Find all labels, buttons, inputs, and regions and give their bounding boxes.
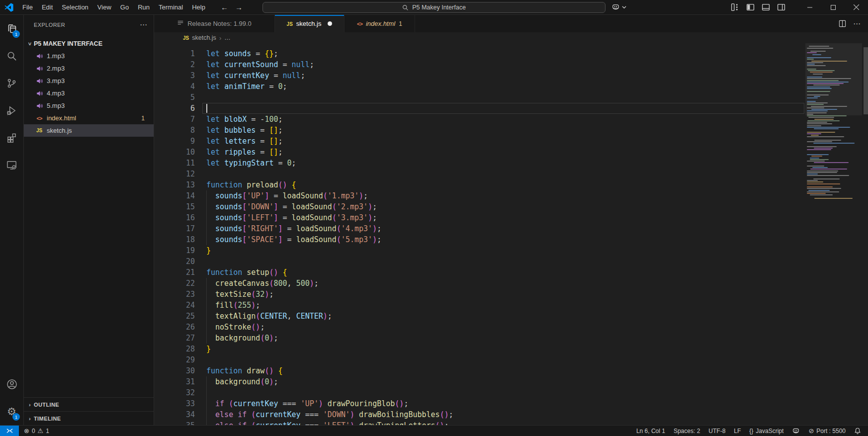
code-line-4[interactable]: 4let animTimer = 0;: [154, 81, 868, 92]
menu-file[interactable]: File: [18, 2, 37, 13]
status-encoding[interactable]: UTF-8: [708, 428, 725, 435]
activity-extensions-icon[interactable]: [0, 124, 23, 152]
code-line-20[interactable]: 20: [154, 256, 868, 267]
status-indentation[interactable]: Spaces: 2: [674, 428, 700, 435]
tab-sketch-js[interactable]: JSsketch.js: [275, 15, 345, 32]
code-line-30[interactable]: 30function draw() {: [154, 365, 868, 376]
code-line-10[interactable]: 10let ripples = [];: [154, 147, 868, 158]
command-center-search[interactable]: P5 Makey Interface: [262, 2, 606, 13]
status-language-mode[interactable]: {}JavaScript: [749, 428, 783, 435]
minimap-line: [810, 159, 829, 160]
code-line-29[interactable]: 29: [154, 354, 868, 365]
status-notifications[interactable]: [854, 427, 861, 435]
toggle-secondary-sidebar-icon[interactable]: [777, 3, 785, 11]
code-line-32[interactable]: 32: [154, 387, 868, 398]
breadcrumb[interactable]: JS sketch.js › …: [154, 32, 868, 43]
file-row-3-mp3[interactable]: 3.mp3: [24, 75, 154, 87]
code-line-27[interactable]: 27 background(0);: [154, 333, 868, 344]
tab-index-html[interactable]: <>index.html1: [345, 15, 415, 32]
code-line-31[interactable]: 31 background(0);: [154, 376, 868, 387]
code-line-7[interactable]: 7let blobX = -100;: [154, 114, 868, 125]
code-line-16[interactable]: 16 sounds['LEFT'] = loadSound('3.mp3');: [154, 212, 868, 223]
file-row-4-mp3[interactable]: 4.mp3: [24, 87, 154, 99]
code-line-3[interactable]: 3let currentKey = null;: [154, 70, 868, 81]
code-line-6[interactable]: 6: [154, 103, 868, 114]
code-line-15[interactable]: 15 sounds['DOWN'] = loadSound('2.mp3');: [154, 201, 868, 212]
file-row-5-mp3[interactable]: 5.mp3: [24, 99, 154, 112]
code-line-25[interactable]: 25 textAlign(CENTER, CENTER);: [154, 311, 868, 322]
menu-terminal[interactable]: Terminal: [154, 2, 187, 13]
scrollbar-thumb[interactable]: [864, 47, 868, 114]
code-line-11[interactable]: 11let typingStart = 0;: [154, 158, 868, 169]
activity-explorer-icon[interactable]: 1: [0, 15, 23, 42]
activity-account-icon[interactable]: [0, 370, 23, 398]
section-timeline[interactable]: ›TIMELINE: [24, 411, 154, 425]
status-live-server-port[interactable]: ⊘Port : 5500: [808, 427, 846, 435]
code-line-26[interactable]: 26 noStroke();: [154, 322, 868, 333]
code-line-5[interactable]: 5: [154, 92, 868, 103]
code-line-9[interactable]: 9let letters = [];: [154, 136, 868, 147]
remote-indicator-button[interactable]: [0, 426, 19, 436]
explorer-sidebar: EXPLORER ⋯ ˅ P5 MAKEY INTERFACE 1.mp32.m…: [24, 15, 154, 425]
copilot-menu[interactable]: [611, 0, 626, 14]
code-line-2[interactable]: 2let currentSound = null;: [154, 59, 868, 70]
section-outline[interactable]: ›OUTLINE: [24, 397, 154, 411]
file-row-2-mp3[interactable]: 2.mp3: [24, 62, 154, 75]
code-line-28[interactable]: 28}: [154, 344, 868, 354]
code-line-35[interactable]: 35 else if (currentKey === 'LEFT') drawT…: [154, 420, 868, 425]
code-line-1[interactable]: 1let sounds = {};: [154, 48, 868, 59]
more-actions-icon[interactable]: ⋯: [853, 19, 861, 28]
minimap-line: [807, 115, 847, 116]
code-line-23[interactable]: 23 textSize(32);: [154, 289, 868, 300]
minimap-line: [807, 181, 823, 182]
explorer-more-actions-button[interactable]: ⋯: [140, 20, 148, 29]
code-line-24[interactable]: 24 fill(255);: [154, 300, 868, 311]
status-copilot-status[interactable]: [792, 428, 800, 435]
file-row-index-html[interactable]: <>index.html1: [24, 112, 154, 124]
code-line-17[interactable]: 17 sounds['RIGHT'] = loadSound('4.mp3');: [154, 223, 868, 234]
editor-scrollbar[interactable]: [864, 43, 868, 425]
menu-help[interactable]: Help: [187, 2, 210, 13]
code-line-12[interactable]: 12: [154, 169, 868, 179]
code-editor[interactable]: 1let sounds = {};2let currentSound = nul…: [154, 43, 868, 425]
menu-view[interactable]: View: [93, 2, 116, 13]
maximize-button[interactable]: [821, 0, 845, 14]
code-line-33[interactable]: 33 if (currentKey === 'UP') drawPouringB…: [154, 398, 868, 409]
code-line-22[interactable]: 22 createCanvas(800, 500);: [154, 278, 868, 289]
code-line-19[interactable]: 19}: [154, 245, 868, 256]
code-line-34[interactable]: 34 else if (currentKey === 'DOWN') drawB…: [154, 409, 868, 420]
file-row-1-mp3[interactable]: 1.mp3: [24, 50, 154, 62]
split-editor-icon[interactable]: [839, 20, 846, 27]
nav-back-button[interactable]: ←: [221, 3, 228, 11]
line-text: let animTimer = 0;: [206, 81, 287, 92]
tab-release-notes-1-99-0[interactable]: Release Notes: 1.99.0: [154, 15, 275, 32]
customize-layout-icon[interactable]: [731, 3, 739, 11]
unsaved-dot-icon[interactable]: [328, 21, 332, 26]
code-line-21[interactable]: 21function setup() {: [154, 267, 868, 278]
file-row-sketch-js[interactable]: JSsketch.js: [24, 124, 154, 137]
status-eol[interactable]: LF: [734, 428, 741, 435]
toggle-panel-icon[interactable]: [762, 3, 770, 11]
activity-run-debug-icon[interactable]: [0, 97, 23, 124]
nav-forward-button[interactable]: →: [235, 3, 243, 11]
code-line-14[interactable]: 14 sounds['UP'] = loadSound('1.mp3');: [154, 190, 868, 201]
activity-remote-explorer-icon[interactable]: [0, 152, 23, 179]
code-line-8[interactable]: 8let bubbles = [];: [154, 125, 868, 136]
activity-settings-icon[interactable]: ⚙1: [0, 398, 23, 425]
menu-run[interactable]: Run: [133, 2, 154, 13]
menu-selection[interactable]: Selection: [57, 2, 92, 13]
close-button[interactable]: [845, 0, 868, 14]
menu-edit[interactable]: Edit: [37, 2, 57, 13]
status-cursor-position[interactable]: Ln 6, Col 1: [636, 428, 665, 435]
activity-search-icon[interactable]: [0, 42, 23, 70]
code-line-18[interactable]: 18 sounds['SPACE'] = loadSound('5.mp3');: [154, 234, 868, 245]
toggle-primary-sidebar-icon[interactable]: [746, 3, 755, 11]
menu-go[interactable]: Go: [116, 2, 133, 13]
code-line-13[interactable]: 13function preload() {: [154, 179, 868, 190]
problems-button[interactable]: ⊗ 0 ⚠ 1: [24, 427, 49, 435]
activity-source-control-icon[interactable]: [0, 70, 23, 97]
minimap[interactable]: [805, 43, 862, 425]
folder-p5-makey-interface[interactable]: ˅ P5 MAKEY INTERFACE: [24, 37, 154, 50]
minimap-line: [810, 169, 847, 170]
minimize-button[interactable]: [798, 0, 821, 14]
